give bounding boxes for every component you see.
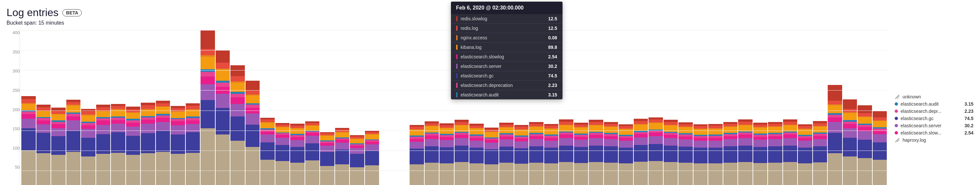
bar-segment: [455, 125, 469, 131]
bar-segment: [798, 129, 812, 135]
bar-group[interactable]: [858, 105, 872, 185]
bar-group[interactable]: [484, 128, 499, 185]
tooltip-color-bar: [456, 44, 458, 50]
bar-group[interactable]: [813, 121, 827, 185]
bar-group[interactable]: [365, 131, 379, 185]
bar-group[interactable]: [649, 117, 663, 185]
bar-group[interactable]: [634, 119, 648, 185]
bar-group[interactable]: [245, 81, 260, 185]
bar-group[interactable]: [126, 107, 140, 185]
bar-group[interactable]: [96, 104, 111, 185]
legend-slash-icon: [895, 138, 900, 143]
tooltip-row: redis.slowlog12.5: [451, 14, 563, 24]
bar-group[interactable]: [694, 124, 708, 185]
bar-group[interactable]: [514, 125, 529, 185]
bar-group[interactable]: [529, 122, 544, 185]
bar-segment: [141, 124, 155, 133]
bar-group[interactable]: [768, 122, 783, 185]
bar-segment: [141, 133, 155, 153]
bar-group[interactable]: [37, 104, 51, 185]
bar-group[interactable]: [753, 123, 768, 185]
bar-segment: [843, 128, 857, 138]
bar-group[interactable]: [723, 122, 738, 185]
bar-group[interactable]: [200, 30, 215, 185]
bar-group[interactable]: [21, 96, 36, 185]
bar-segment: [529, 163, 544, 185]
bar-segment: [873, 117, 887, 121]
bar-segment: [574, 140, 589, 147]
bar-group[interactable]: [455, 120, 469, 185]
bar-group[interactable]: [663, 120, 678, 185]
bar-group[interactable]: [335, 128, 350, 185]
bar-group[interactable]: [290, 124, 305, 185]
bucket-span-label: Bucket span:: [6, 20, 37, 25]
bar-group[interactable]: [798, 124, 812, 185]
bar-group[interactable]: [410, 125, 424, 185]
bar-segment: [708, 138, 723, 141]
bar-group[interactable]: [425, 121, 439, 185]
bar-segment: [66, 106, 81, 112]
bar-segment: [798, 163, 812, 185]
legend-dot-icon: [895, 117, 898, 120]
bar-group[interactable]: [51, 108, 66, 185]
bar-group[interactable]: [738, 119, 752, 185]
bar-group[interactable]: [81, 109, 95, 185]
bar-segment: [156, 118, 170, 122]
bar-segment: [200, 57, 215, 69]
bar-segment: [245, 104, 260, 108]
bar-group[interactable]: [469, 124, 484, 185]
bar-segment: [843, 109, 857, 112]
bar-group[interactable]: [216, 50, 230, 185]
bar-segment: [559, 145, 573, 162]
bar-group[interactable]: [574, 123, 589, 185]
bar-segment: [111, 153, 126, 185]
bar-group[interactable]: [559, 119, 573, 185]
bar-group[interactable]: [260, 118, 275, 185]
bar-group[interactable]: [111, 104, 126, 185]
bar-segment: [66, 117, 81, 120]
bar-segment: [544, 148, 558, 163]
bar-segment: [335, 130, 350, 132]
bar-segment: [439, 163, 454, 185]
bar-group[interactable]: [186, 103, 200, 185]
bar-group[interactable]: [156, 101, 170, 185]
bar-group[interactable]: [66, 100, 81, 185]
bar-group[interactable]: [171, 106, 185, 185]
bar-group[interactable]: [708, 124, 723, 185]
bar-group[interactable]: [678, 122, 693, 185]
bar-segment: [439, 125, 454, 128]
bar-segment: [544, 129, 558, 134]
bar-segment: [21, 96, 36, 100]
bar-group[interactable]: [439, 123, 454, 185]
y-axis: 400 350 300 250 200 150 100 50 0: [6, 28, 20, 185]
bar-segment: [350, 148, 364, 154]
bar-group[interactable]: [231, 65, 245, 185]
bar-group[interactable]: [604, 122, 618, 185]
bar-segment: [843, 113, 857, 120]
bar-segment: [798, 138, 812, 141]
bar-group[interactable]: [350, 135, 364, 185]
bar-segment: [484, 129, 499, 131]
bar-group[interactable]: [783, 119, 797, 185]
bar-segment: [245, 114, 260, 124]
bar-group[interactable]: [619, 124, 633, 185]
bar-group[interactable]: [499, 123, 514, 185]
bar-group[interactable]: [544, 124, 558, 185]
bar-segment: [455, 138, 469, 145]
bar-group[interactable]: [843, 100, 857, 185]
bar-segment: [216, 63, 230, 68]
bar-group[interactable]: [275, 123, 290, 185]
bar-segment: [858, 127, 872, 131]
bar-group[interactable]: [141, 103, 155, 185]
tooltip-rows: redis.slowlog12.5redis.log12.5nginx.acce…: [451, 14, 563, 100]
bar-group[interactable]: [305, 121, 320, 185]
bar-group[interactable]: [873, 111, 887, 185]
bar-segment: [499, 163, 514, 185]
bar-segment: [126, 107, 140, 109]
tooltip-row: elasticsearch.slowlog2.54: [451, 52, 563, 62]
bar-segment: [694, 148, 708, 163]
bar-group[interactable]: [828, 85, 842, 185]
bar-group[interactable]: [320, 132, 334, 185]
bar-segment: [813, 146, 827, 163]
bar-group[interactable]: [589, 120, 603, 185]
